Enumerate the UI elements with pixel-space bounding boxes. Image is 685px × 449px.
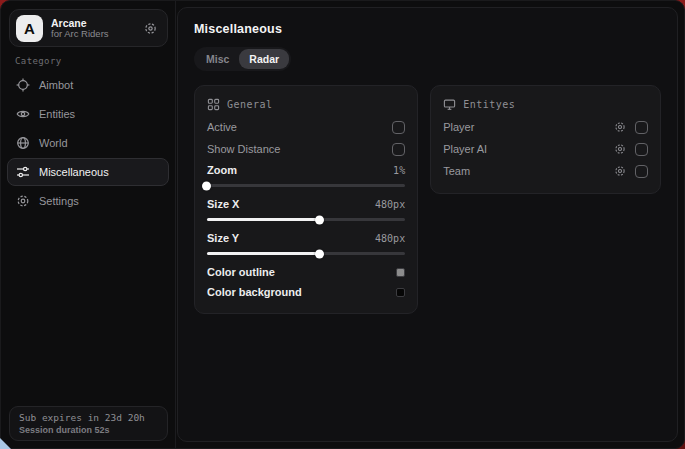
- crosshair-icon: [16, 78, 30, 92]
- setting-label: Show Distance: [207, 143, 280, 155]
- color-background-swatch[interactable]: [396, 288, 405, 297]
- sidebar-item-settings[interactable]: Settings: [7, 187, 169, 215]
- sidebar-item-label: Aimbot: [39, 79, 73, 91]
- gear-icon: [16, 194, 30, 208]
- sidebar-item-label: World: [39, 137, 68, 149]
- setting-label: Size Y: [207, 232, 239, 244]
- setting-label: Color background: [207, 286, 302, 298]
- app-name: Arcane: [51, 17, 136, 29]
- entity-label: Player AI: [443, 143, 487, 155]
- page-title: Miscellaneous: [194, 22, 661, 36]
- sidebar-item-entities[interactable]: Entities: [7, 100, 169, 128]
- desktop: { "sidebar": { "app": { "initial": "A", …: [0, 0, 685, 449]
- color-outline-swatch[interactable]: [396, 268, 405, 277]
- entity-row-player-ai: Player AI: [443, 138, 648, 160]
- panels-container: General Active Show Distance Zoom 1%: [194, 85, 661, 314]
- slider-thumb[interactable]: [202, 181, 211, 190]
- panel-title: General: [227, 99, 273, 110]
- sidebar: A Arcane for Arc Riders Category Aimbot: [1, 1, 176, 448]
- sliders-icon: [16, 165, 30, 179]
- panel-title: Entityes: [463, 99, 515, 110]
- session-duration-text: Session duration 52s: [19, 425, 158, 435]
- size-y-value: 480px: [375, 233, 405, 244]
- entity-settings-gear-icon[interactable]: [614, 143, 626, 155]
- grid-icon: [207, 98, 220, 111]
- setting-row-zoom: Zoom 1%: [207, 160, 405, 180]
- sidebar-item-aimbot[interactable]: Aimbot: [7, 71, 169, 99]
- slider-thumb[interactable]: [315, 249, 324, 258]
- globe-icon: [16, 136, 30, 150]
- app-card: A Arcane for Arc Riders: [9, 9, 168, 47]
- size-x-slider[interactable]: [207, 218, 405, 221]
- subscription-box: Sub expires in 23d 20h Session duration …: [9, 406, 168, 441]
- cursor-artifact: [0, 438, 11, 449]
- entity-row-player: Player: [443, 116, 648, 138]
- active-checkbox[interactable]: [392, 121, 405, 134]
- setting-label: Size X: [207, 198, 239, 210]
- eye-icon: [16, 107, 30, 121]
- player-ai-checkbox[interactable]: [635, 143, 648, 156]
- app-subtitle: for Arc Riders: [51, 29, 136, 40]
- entity-label: Team: [443, 165, 470, 177]
- entity-settings-gear-icon[interactable]: [614, 165, 626, 177]
- entities-panel: Entityes Player Player AI: [430, 85, 661, 194]
- setting-row-show-distance: Show Distance: [207, 138, 405, 160]
- sidebar-item-miscellaneous[interactable]: Miscellaneous: [7, 158, 169, 186]
- app-window: A Arcane for Arc Riders Category Aimbot: [0, 0, 685, 449]
- setting-row-active: Active: [207, 116, 405, 138]
- zoom-slider[interactable]: [207, 184, 405, 187]
- size-x-value: 480px: [375, 199, 405, 210]
- team-checkbox[interactable]: [635, 165, 648, 178]
- sidebar-item-label: Miscellaneous: [39, 166, 109, 178]
- setting-label: Zoom: [207, 164, 237, 176]
- monitor-icon: [443, 98, 456, 111]
- entity-settings-gear-icon[interactable]: [614, 121, 626, 133]
- sidebar-item-world[interactable]: World: [7, 129, 169, 157]
- tab-bar: Misc Radar: [194, 47, 291, 71]
- app-logo: A: [16, 15, 43, 42]
- player-checkbox[interactable]: [635, 121, 648, 134]
- sub-expiry-text: Sub expires in 23d 20h: [19, 412, 158, 423]
- size-y-slider[interactable]: [207, 252, 405, 255]
- sidebar-item-label: Settings: [39, 195, 79, 207]
- setting-label: Active: [207, 121, 237, 133]
- setting-row-color-background: Color background: [207, 282, 405, 302]
- setting-label: Color outline: [207, 266, 275, 278]
- show-distance-checkbox[interactable]: [392, 143, 405, 156]
- category-label: Category: [15, 56, 62, 66]
- entity-row-team: Team: [443, 160, 648, 182]
- zoom-value: 1%: [393, 165, 405, 176]
- category-nav: Aimbot Entities World Miscellaneous: [7, 71, 169, 216]
- setting-row-size-y: Size Y 480px: [207, 228, 405, 248]
- setting-row-color-outline: Color outline: [207, 262, 405, 282]
- main-content: Miscellaneous Misc Radar General Active: [177, 7, 678, 442]
- sidebar-item-label: Entities: [39, 108, 75, 120]
- refresh-icon[interactable]: [144, 22, 157, 35]
- tab-misc[interactable]: Misc: [196, 49, 239, 69]
- entity-label: Player: [443, 121, 474, 133]
- general-panel: General Active Show Distance Zoom 1%: [194, 85, 418, 314]
- slider-thumb[interactable]: [315, 215, 324, 224]
- tab-radar[interactable]: Radar: [239, 49, 289, 69]
- setting-row-size-x: Size X 480px: [207, 194, 405, 214]
